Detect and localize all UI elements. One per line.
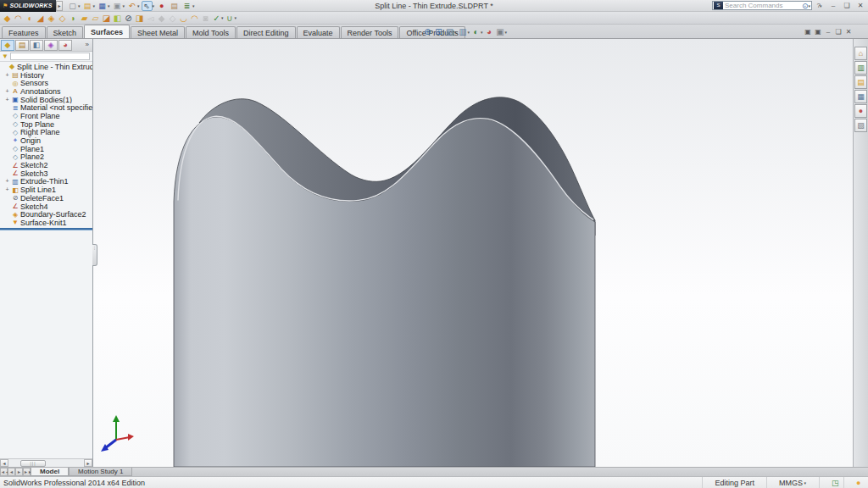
surface-tool-icon[interactable]: ◆ — [2, 13, 13, 24]
toolbar-icon[interactable]: ⇖ — [142, 1, 153, 11]
feature-tree-item[interactable]: + ◧ Split Line1 — [0, 186, 92, 194]
surface-tool-icon[interactable]: ◢ — [35, 13, 46, 24]
filter-funnel-icon[interactable]: ▼ — [2, 53, 8, 60]
feature-tree-item[interactable]: ◇ Top Plane — [0, 120, 92, 129]
scroll-left-icon[interactable]: ◄ — [0, 459, 8, 467]
tree-expander[interactable]: + — [3, 97, 11, 103]
panel-tab-icon[interactable]: ◕ — [58, 40, 72, 51]
feature-tree-item[interactable]: ◎ Sensors — [0, 79, 92, 87]
doc-window-button[interactable]: ✕ — [844, 27, 853, 36]
model-tab[interactable]: Motion Study 1 — [69, 468, 132, 476]
surface-tool-icon[interactable]: ◗ — [68, 13, 79, 24]
tree-filter-input[interactable] — [10, 53, 90, 60]
task-pane-icon[interactable]: ▥ — [854, 61, 867, 75]
tab-nav-icon[interactable]: ◄ — [8, 468, 15, 476]
feature-tree-item[interactable]: ∠ Sketch4 — [0, 202, 92, 211]
surface-tool-icon[interactable]: ◧ — [112, 13, 123, 24]
feature-tree-item[interactable]: + A Annotations — [0, 87, 92, 96]
task-pane-icon[interactable]: ⌂ — [854, 47, 867, 60]
restore-button[interactable]: ❏ — [841, 1, 853, 10]
dropdown-arrow-icon[interactable]: ▾ — [454, 30, 457, 35]
feature-tree-item[interactable]: ⊘ DeleteFace1 — [0, 194, 92, 202]
commandmanager-tab[interactable]: Features — [2, 26, 46, 38]
tab-nav-icon[interactable]: ►► — [23, 468, 31, 476]
rollback-bar[interactable] — [0, 228, 92, 230]
close-button[interactable]: ✕ — [854, 1, 866, 10]
model-tab[interactable]: Model — [31, 468, 69, 476]
toolbar-icon[interactable]: ▤ — [82, 1, 93, 11]
feature-tree-item[interactable]: ≣ Material <not specified> — [0, 103, 92, 112]
feature-tree-item[interactable]: ◆ Split Line - Thin Extrude (Default- — [0, 63, 92, 71]
tree-expander[interactable]: + — [3, 88, 11, 95]
feature-tree-item[interactable]: ∠ Sketch3 — [0, 169, 92, 178]
feature-tree-item[interactable]: ⌖ Origin — [0, 136, 92, 145]
surface-tool-icon[interactable]: ◅ — [145, 13, 156, 24]
headsup-icon[interactable]: ⊞ — [433, 26, 444, 37]
surface-tool-icon[interactable]: ⊘ — [123, 13, 134, 24]
dropdown-arrow-icon[interactable]: ▾ — [468, 30, 470, 35]
toolbar-icon[interactable]: ▢ — [67, 1, 78, 11]
commandmanager-tab[interactable]: Sketch — [47, 26, 84, 38]
doc-window-button[interactable]: ❏ — [834, 27, 843, 36]
feature-tree-item[interactable]: ◈ Boundary-Surface2 — [0, 210, 92, 219]
feature-tree-item[interactable]: ◇ Front Plane — [0, 112, 92, 120]
scroll-right-icon[interactable]: ► — [84, 459, 92, 467]
surface-tool-icon[interactable]: ◙ — [200, 13, 211, 24]
commandmanager-tab[interactable]: Render Tools — [341, 26, 399, 38]
feature-tree-item[interactable]: + ▥ Extrude-Thin1 — [0, 178, 92, 186]
doc-window-button[interactable]: ▣ — [814, 27, 822, 36]
surface-tool-icon[interactable]: ◖ — [24, 13, 35, 24]
tree-expander[interactable]: + — [3, 186, 11, 193]
dropdown-arrow-icon[interactable]: ▾ — [235, 15, 237, 20]
surface-tool-icon[interactable]: ▱ — [90, 13, 101, 24]
units-selector[interactable]: MMGS ▾ — [766, 477, 819, 488]
dropdown-arrow-icon[interactable]: ▾ — [192, 3, 195, 8]
surface-tool-icon[interactable]: ◠ — [189, 13, 200, 24]
search-icon[interactable]: ⊙ — [802, 2, 809, 10]
feature-tree-item[interactable]: ▼ Surface-Knit1 — [0, 219, 92, 227]
toolbar-icon[interactable]: ▦ — [97, 1, 108, 11]
scrollbar-thumb[interactable]: ||| — [20, 460, 46, 467]
commandmanager-tab[interactable]: Sheet Metal — [131, 26, 185, 38]
dropdown-arrow-icon[interactable]: ▾ — [221, 15, 224, 20]
search-dropdown-icon[interactable]: ▾ — [808, 3, 810, 8]
graphics-area[interactable] — [93, 39, 853, 467]
toolbar-icon[interactable]: ● — [156, 1, 167, 11]
dropdown-arrow-icon[interactable]: ▾ — [123, 3, 125, 8]
panel-splitter-handle[interactable]: ⋮ — [92, 244, 97, 266]
help-button[interactable]: ?▾ — [814, 1, 826, 10]
surface-tool-icon[interactable]: ◠ — [13, 13, 24, 24]
tab-nav-icon[interactable]: ◄◄ — [0, 468, 8, 476]
menu-flyout-arrow[interactable]: ▸ — [56, 1, 63, 11]
tree-expander[interactable]: + — [3, 72, 11, 79]
commandmanager-tab[interactable]: Direct Editing — [236, 26, 296, 38]
feature-tree-item[interactable]: ◇ Plane2 — [0, 153, 92, 162]
commandmanager-tab[interactable]: Evaluate — [297, 26, 340, 38]
feature-tree-item[interactable]: + ▣ Solid Bodies(1) — [0, 96, 92, 104]
panel-tab-icon[interactable]: ◧ — [30, 40, 43, 51]
task-pane-icon[interactable]: ▤ — [854, 75, 867, 89]
surface-tool-icon[interactable]: ◆ — [156, 13, 167, 24]
dropdown-arrow-icon[interactable]: ▾ — [93, 3, 96, 8]
task-pane-icon[interactable]: ● — [854, 104, 867, 118]
commandmanager-tab[interactable]: Surfaces — [84, 25, 130, 38]
model-canvas[interactable] — [93, 39, 853, 467]
quick-tips-icon[interactable]: ● — [843, 477, 868, 488]
minimize-button[interactable]: – — [827, 1, 839, 10]
dropdown-arrow-icon[interactable]: ▾ — [78, 3, 81, 8]
search-commands-input[interactable]: S Search Commands ⊙ ▾ — [712, 1, 812, 10]
dropdown-arrow-icon[interactable]: ▾ — [108, 3, 110, 8]
feature-tree-item[interactable]: + ▤ History — [0, 71, 92, 80]
headsup-icon[interactable]: ◕ — [484, 26, 495, 37]
surface-tool-icon[interactable]: ◨ — [134, 13, 145, 24]
feature-tree-item[interactable]: ∠ Sketch2 — [0, 161, 92, 169]
panel-overflow-chevron[interactable]: » — [86, 41, 89, 48]
task-pane-icon[interactable]: ▧ — [854, 119, 867, 132]
toolbar-icon[interactable]: ▤ — [169, 1, 180, 11]
surface-tool-icon[interactable]: ▰ — [79, 13, 90, 24]
panel-tab-icon[interactable]: ◆ — [1, 40, 14, 51]
surface-tool-icon[interactable]: ◇ — [167, 13, 178, 24]
doc-window-button[interactable]: – — [824, 27, 832, 36]
tree-expander[interactable]: + — [3, 178, 11, 185]
feature-tree-item[interactable]: ◇ Right Plane — [0, 129, 92, 137]
